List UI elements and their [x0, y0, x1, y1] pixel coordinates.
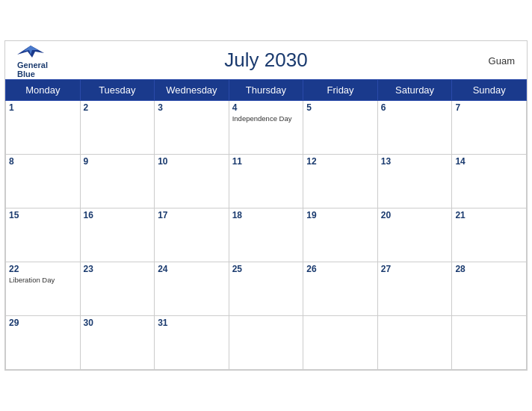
day-number: 31 — [158, 318, 226, 328]
calendar-header: General Blue July 2030 Guam — [5, 41, 527, 79]
table-row: 18 — [229, 208, 303, 262]
event-label: Independence Day — [232, 114, 300, 123]
table-row: 22Liberation Day — [6, 262, 81, 316]
day-number: 11 — [232, 156, 300, 167]
day-number: 30 — [84, 318, 152, 328]
weekday-sunday: Sunday — [452, 80, 527, 101]
day-number: 13 — [381, 156, 449, 167]
table-row: 8 — [6, 155, 81, 208]
table-row: 13 — [377, 155, 452, 208]
calendar-grid: Monday Tuesday Wednesday Thursday Friday… — [5, 79, 527, 370]
day-number: 29 — [9, 318, 77, 328]
table-row: 12 — [303, 155, 378, 208]
table-row: 5 — [303, 101, 378, 155]
table-row: 3 — [155, 101, 229, 155]
table-row: 2 — [80, 101, 155, 155]
day-number: 5 — [306, 102, 374, 113]
table-row: 23 — [80, 262, 155, 316]
day-number: 14 — [455, 156, 523, 167]
table-row: 17 — [155, 208, 229, 262]
table-row — [229, 316, 303, 370]
table-row: 16 — [80, 208, 155, 262]
event-label: Liberation Day — [9, 276, 77, 284]
table-row: 11 — [229, 155, 303, 208]
day-number: 10 — [158, 156, 226, 167]
table-row: 27 — [377, 262, 452, 316]
table-row: 29 — [6, 316, 81, 370]
day-number: 21 — [455, 210, 523, 220]
calendar-title: July 2030 — [224, 49, 307, 72]
table-row: 15 — [6, 208, 81, 262]
weekday-thursday: Thursday — [229, 80, 303, 101]
table-row: 1 — [6, 101, 81, 155]
logo-text-line1: General — [17, 60, 48, 69]
table-row: 9 — [80, 155, 155, 208]
day-number: 8 — [9, 156, 77, 167]
table-row: 14 — [452, 155, 527, 208]
day-number: 20 — [381, 210, 449, 220]
table-row: 10 — [155, 155, 229, 208]
weekday-saturday: Saturday — [377, 80, 452, 101]
logo-icon — [17, 42, 44, 60]
table-row: 26 — [303, 262, 378, 316]
table-row: 7 — [452, 101, 527, 155]
day-number: 24 — [158, 264, 226, 274]
day-number: 23 — [84, 264, 152, 274]
day-number: 22 — [9, 264, 77, 274]
table-row: 19 — [303, 208, 378, 262]
calendar-header-row: Monday Tuesday Wednesday Thursday Friday… — [6, 80, 527, 101]
day-number: 19 — [306, 210, 374, 220]
weekday-tuesday: Tuesday — [80, 80, 155, 101]
table-row — [303, 316, 378, 370]
day-number: 3 — [158, 102, 226, 113]
table-row — [377, 316, 452, 370]
day-number: 9 — [84, 156, 152, 167]
logo-text-line2: Blue — [17, 69, 35, 78]
calendar-body: 1234Independence Day56789101112131415161… — [6, 101, 527, 370]
day-number: 17 — [158, 210, 226, 220]
weekday-monday: Monday — [6, 80, 81, 101]
day-number: 2 — [84, 102, 152, 113]
day-number: 12 — [306, 156, 374, 167]
day-number: 27 — [381, 264, 449, 274]
day-number: 16 — [84, 210, 152, 220]
day-number: 25 — [232, 264, 300, 274]
table-row: 6 — [377, 101, 452, 155]
table-row: 28 — [452, 262, 527, 316]
table-row: 30 — [80, 316, 155, 370]
table-row: 4Independence Day — [229, 101, 303, 155]
day-number: 15 — [9, 210, 77, 220]
table-row: 25 — [229, 262, 303, 316]
table-row: 20 — [377, 208, 452, 262]
weekday-wednesday: Wednesday — [155, 80, 229, 101]
calendar: General Blue July 2030 Guam Monday Tuesd… — [4, 40, 528, 371]
svg-marker-1 — [23, 45, 38, 54]
day-number: 18 — [232, 210, 300, 220]
day-number: 7 — [455, 102, 523, 113]
day-number: 6 — [381, 102, 449, 113]
table-row — [452, 316, 527, 370]
weekday-friday: Friday — [303, 80, 378, 101]
table-row: 31 — [155, 316, 229, 370]
table-row: 24 — [155, 262, 229, 316]
table-row: 21 — [452, 208, 527, 262]
day-number: 1 — [9, 102, 77, 113]
region-label: Guam — [489, 55, 515, 66]
day-number: 26 — [306, 264, 374, 274]
day-number: 4 — [232, 102, 300, 113]
logo: General Blue — [17, 42, 48, 78]
day-number: 28 — [455, 264, 523, 274]
